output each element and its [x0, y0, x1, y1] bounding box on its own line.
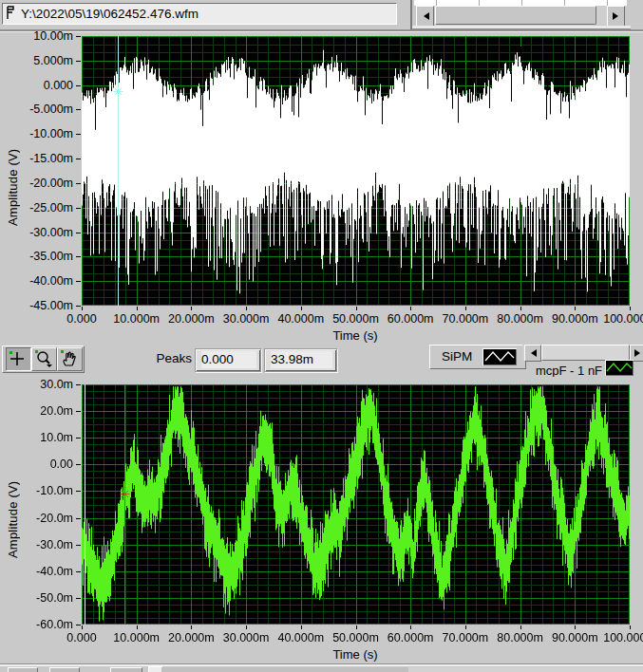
- mcp-legend-label: mcpF - 1 nF: [536, 362, 602, 377]
- axis-tick-label: 40.000m: [271, 312, 331, 327]
- left-arrow-icon: [420, 12, 429, 20]
- legend-scroll-left-button[interactable]: [524, 345, 541, 362]
- y-tick-mark: [76, 159, 81, 159]
- bottom-scrollbar-partial[interactable]: [408, 667, 643, 672]
- legend-scrollbar[interactable]: [522, 345, 643, 361]
- x-tick-mark: [191, 625, 192, 629]
- axis-tick-label: 90.000m: [544, 631, 605, 645]
- bottom-divider: [0, 663, 643, 666]
- axis-tick-label: -45.00m: [0, 299, 73, 313]
- y-tick-mark: [76, 491, 81, 492]
- x-tick-mark: [410, 307, 411, 310]
- y-tick-mark: [76, 545, 81, 546]
- mcp-waveform-plot[interactable]: [82, 384, 630, 625]
- axis-tick-label: 10.000m: [106, 631, 167, 645]
- axis-tick-label: 70.000m: [435, 631, 496, 645]
- labview-front-panel: Y:\2022\05\19\062452.476.wfm Amplitude (…: [0, 0, 643, 672]
- axis-tick-label: 30.000m: [216, 631, 276, 645]
- axis-tick-label: -40.0m: [0, 565, 73, 579]
- axis-tick-label: 90.000m: [544, 312, 605, 327]
- y-tick-mark: [76, 625, 81, 625]
- mcp-plot-style-icon[interactable]: [605, 360, 634, 376]
- sipm-plot-legend[interactable]: SiPM: [429, 345, 526, 369]
- bottom-scrollbar-partial[interactable]: [161, 667, 408, 672]
- y-tick-mark: [76, 256, 81, 257]
- y-tick-mark: [76, 233, 81, 233]
- y-tick-mark: [76, 438, 81, 439]
- graph-palette: [2, 345, 85, 373]
- axis-tick-label: 0.00: [0, 457, 73, 472]
- x-tick-mark: [630, 307, 631, 310]
- x-tick-mark: [137, 307, 138, 310]
- y-tick-mark: [76, 208, 81, 209]
- x-tick-mark: [465, 625, 466, 629]
- left-arrow-icon: [527, 349, 537, 357]
- x-tick-mark: [246, 307, 247, 310]
- x-tick-mark: [301, 307, 302, 310]
- axis-tick-label: -20.00m: [0, 177, 73, 191]
- sipm-waveform-plot[interactable]: [82, 36, 630, 306]
- axis-tick-label: -10.00m: [0, 127, 73, 141]
- x-tick-mark: [520, 625, 521, 629]
- axis-tick-label: 30.0m: [0, 378, 73, 392]
- x-tick-mark: [301, 625, 302, 629]
- axis-tick-label: 40.000m: [271, 631, 331, 645]
- y-tick-mark: [76, 134, 81, 135]
- axis-tick-label: 10.0m: [0, 431, 73, 445]
- bottom-palette-partial[interactable]: [110, 667, 142, 672]
- file-path-text: Y:\2022\05\19\062452.476.wfm: [21, 6, 199, 22]
- scroll-thumb[interactable]: [435, 6, 596, 25]
- zoom-tool-button[interactable]: [31, 347, 57, 371]
- y-tick-mark: [76, 183, 81, 184]
- peak-cursor-y-field[interactable]: 33.98m: [264, 348, 337, 372]
- table-hscrollbar[interactable]: [416, 6, 623, 25]
- peaks-label: Peaks: [152, 351, 192, 365]
- bottom-palette-partial[interactable]: [49, 667, 80, 672]
- axis-tick-label: 20.000m: [161, 312, 221, 327]
- axis-tick-label: -30.0m: [0, 538, 73, 552]
- axis-tick-label: 20.0m: [0, 404, 73, 419]
- axis-tick-label: -40.00m: [0, 274, 73, 289]
- axis-tick-label: -5.000m: [0, 103, 73, 117]
- axis-tick-label: -60.0m: [0, 618, 73, 632]
- y-tick-mark: [76, 464, 81, 465]
- pan-tool-button[interactable]: [57, 347, 83, 371]
- axis-tick-label: 50.000m: [326, 312, 387, 327]
- axis-tick-label: 20.000m: [161, 631, 221, 645]
- axis-tick-label: -50.0m: [0, 591, 73, 606]
- cursor-tool-button[interactable]: [6, 347, 31, 371]
- axis-tick-label: 60.000m: [380, 631, 441, 645]
- path-type-icon: [6, 6, 17, 24]
- header-divider: [0, 29, 643, 32]
- scroll-left-button[interactable]: [416, 6, 434, 27]
- axis-tick-label: 0.000: [51, 631, 112, 645]
- scroll-right-button[interactable]: [607, 6, 625, 27]
- y-tick-mark: [76, 571, 81, 572]
- axis-tick-label: 0.000: [0, 79, 73, 93]
- axis-tick-label: 70.000m: [435, 312, 496, 327]
- axis-tick-label: 10.00m: [0, 29, 73, 44]
- x-tick-mark: [191, 307, 192, 310]
- mcp-x-axis-title: Time (s): [298, 647, 412, 662]
- x-tick-mark: [575, 625, 576, 629]
- x-tick-mark: [356, 307, 357, 310]
- x-tick-mark: [246, 625, 247, 629]
- axis-tick-label: -10.0m: [0, 484, 73, 498]
- axis-tick-label: -25.00m: [0, 201, 73, 215]
- x-tick-mark: [82, 307, 83, 310]
- axis-tick-label: -30.00m: [0, 226, 73, 240]
- axis-tick-label: 30.000m: [216, 312, 276, 327]
- peak-cursor-x-field[interactable]: 0.000: [195, 348, 261, 372]
- axis-tick-label: -15.00m: [0, 152, 73, 166]
- crosshair-icon: [7, 348, 28, 368]
- right-arrow-icon: [613, 12, 622, 20]
- x-tick-mark: [137, 625, 138, 629]
- bottom-palette-partial[interactable]: [8, 667, 38, 672]
- x-tick-mark: [575, 307, 576, 310]
- file-path-control[interactable]: Y:\2022\05\19\062452.476.wfm: [2, 3, 397, 25]
- y-tick-mark: [76, 384, 81, 385]
- x-tick-mark: [410, 625, 411, 629]
- sipm-plot-style-icon[interactable]: [482, 348, 517, 365]
- table-corner-panel: [410, 0, 631, 29]
- legend-scroll-track[interactable]: [541, 345, 630, 361]
